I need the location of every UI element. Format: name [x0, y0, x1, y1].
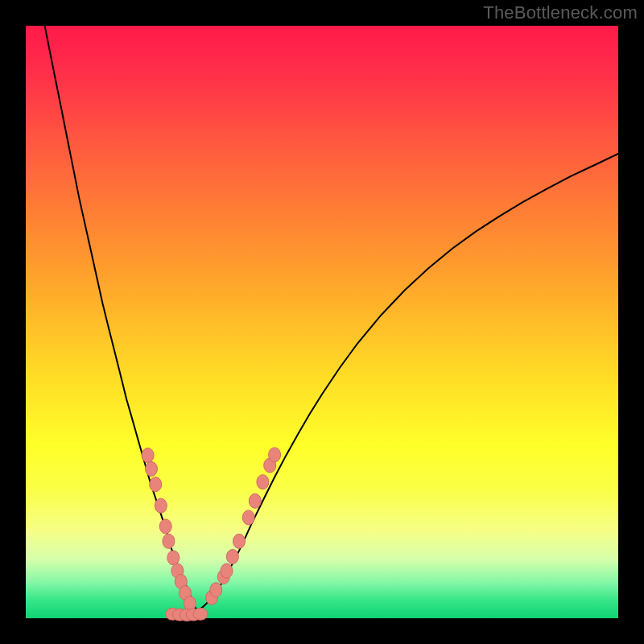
chart-container: TheBottleneck.com: [0, 0, 644, 644]
left-marker-4: [159, 519, 171, 534]
right-marker-8: [257, 475, 269, 489]
right-marker-7: [249, 493, 261, 508]
left-marker-0: [142, 448, 154, 463]
right-curve: [197, 154, 618, 611]
right-marker-6: [242, 510, 254, 525]
plot-area: [26, 26, 618, 618]
right-marker-4: [226, 550, 238, 564]
right-marker-3: [221, 564, 233, 578]
bottom-marker-4: [193, 608, 208, 620]
left-marker-3: [155, 498, 167, 513]
watermark-text: TheBottleneck.com: [483, 2, 638, 23]
left-marker-6: [167, 551, 180, 565]
left-marker-5: [163, 534, 175, 548]
left-curve: [45, 26, 198, 611]
right-marker-1: [210, 583, 222, 597]
right-marker-5: [233, 534, 246, 548]
left-marker-2: [150, 477, 162, 492]
curve-svg: [26, 26, 618, 618]
left-marker-1: [146, 462, 158, 477]
right-marker-10: [269, 448, 281, 462]
